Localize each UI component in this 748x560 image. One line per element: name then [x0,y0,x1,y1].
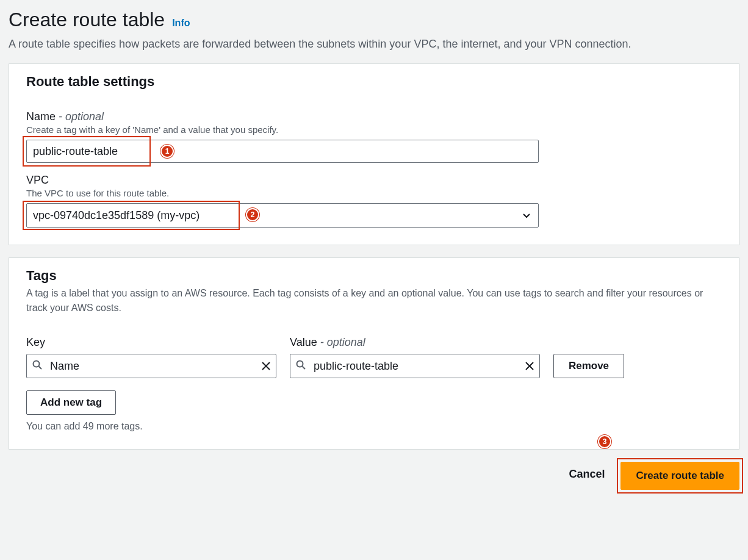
remove-tag-button[interactable]: Remove [553,354,624,378]
create-route-table-button[interactable]: Create route table [620,462,739,490]
route-table-settings-panel: Route table settings Name - optional Cre… [9,63,739,245]
name-field-help: Create a tag with a key of 'Name' and a … [26,124,722,135]
tags-panel-description: A tag is a label that you assign to an A… [26,286,722,315]
svg-point-0 [34,361,40,367]
name-input[interactable] [26,140,539,163]
cancel-button[interactable]: Cancel [564,462,610,490]
name-field: Name - optional Create a tag with a key … [26,110,722,163]
tag-row: Key Value - optional [26,336,722,378]
vpc-field-help: The VPC to use for this route table. [26,188,722,198]
tags-panel-title: Tags [26,268,722,284]
tags-panel: Tags A tag is a label that you assign to… [9,257,739,450]
svg-line-5 [303,367,306,370]
close-icon[interactable] [525,360,534,372]
tag-key-label: Key [26,336,276,349]
settings-panel-title: Route table settings [26,74,722,90]
page-description: A route table specifies how packets are … [9,36,739,52]
vpc-field: VPC The VPC to use for this route table.… [26,174,722,228]
close-icon[interactable] [262,360,270,372]
tag-limit-text: You can add 49 more tags. [26,421,722,432]
add-new-tag-button[interactable]: Add new tag [26,390,116,415]
svg-point-4 [297,361,303,367]
info-link[interactable]: Info [172,18,190,29]
search-icon [296,360,306,372]
tag-value-input[interactable] [290,354,540,378]
svg-line-1 [39,367,42,370]
tag-value-optional-suffix: - optional [317,336,365,348]
footer-actions: Cancel Create route table 3 [9,462,739,490]
search-icon [32,360,42,372]
name-field-label: Name [26,110,56,123]
vpc-field-label: VPC [26,174,722,187]
tag-key-input[interactable] [26,354,276,378]
name-optional-suffix: - optional [56,110,104,123]
tag-value-label: Value [290,336,317,348]
vpc-select[interactable]: vpc-09740dc1e35df1589 (my-vpc) [26,203,539,228]
page-title: Create route table [9,9,165,31]
